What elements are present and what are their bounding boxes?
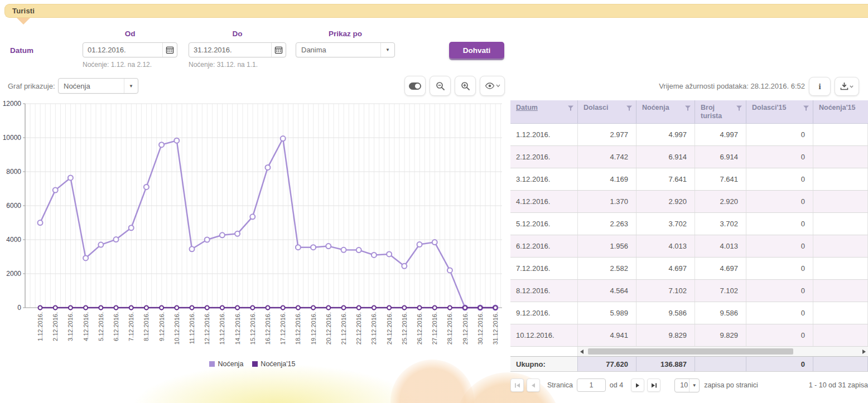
- date-from-hint: Noćenje: 1.12. na 2.12.: [83, 61, 152, 69]
- column-header-3[interactable]: Noćenja: [636, 100, 695, 123]
- svg-text:28.12.2016.: 28.12.2016.: [446, 312, 453, 344]
- legend-swatch: [209, 361, 215, 367]
- info-button[interactable]: i: [809, 77, 831, 96]
- cell-value: 2.920: [636, 191, 695, 212]
- cell-datum: 9.12.2016.: [510, 302, 578, 324]
- svg-text:6000: 6000: [6, 202, 21, 210]
- table-scrollbar-row: [510, 347, 868, 356]
- column-header-6[interactable]: Noćenja'15: [813, 100, 868, 123]
- cell-value: 3.702: [636, 213, 695, 235]
- download-button[interactable]: [835, 77, 859, 96]
- svg-text:10.12.2016.: 10.12.2016.: [173, 312, 180, 344]
- column-header-label: Noćenja: [642, 104, 669, 112]
- svg-text:8.12.2016.: 8.12.2016.: [143, 312, 150, 341]
- svg-text:22.12.2016.: 22.12.2016.: [355, 312, 362, 344]
- first-page-button[interactable]: [510, 378, 524, 392]
- prikaz-po-value: Danima: [296, 46, 380, 54]
- horizontal-scrollbar[interactable]: [578, 347, 868, 356]
- page-count-label: od 4: [610, 381, 623, 389]
- cell-value: 3.702: [695, 213, 746, 235]
- svg-text:10000: 10000: [3, 134, 22, 142]
- svg-text:13.12.2016.: 13.12.2016.: [219, 312, 225, 344]
- zoom-in-icon: [461, 81, 470, 91]
- table-row: 10.12.2016.4.9419.8299.8290: [510, 324, 868, 347]
- cell-value: [813, 258, 868, 279]
- filter-icon[interactable]: [626, 105, 632, 111]
- svg-text:24.12.2016.: 24.12.2016.: [386, 312, 393, 344]
- scrollbar-thumb[interactable]: [588, 348, 793, 355]
- svg-text:4000: 4000: [6, 236, 21, 244]
- cell-datum: 4.12.2016.: [510, 191, 578, 212]
- cell-value: 4.997: [636, 124, 695, 145]
- date-to-hint: Noćenje: 31.12. na 1.1.: [189, 61, 258, 69]
- filter-icon[interactable]: [803, 105, 809, 111]
- filter-icon[interactable]: [685, 105, 691, 111]
- toggle-icon: [409, 82, 421, 90]
- page-size-select[interactable]: 10 ▼: [674, 378, 700, 392]
- legend-label: Noćenja'15: [261, 360, 295, 368]
- column-header-1[interactable]: Datum: [510, 100, 578, 123]
- date-to-input[interactable]: [189, 46, 271, 54]
- cell-value: 0: [746, 124, 813, 145]
- column-header-2[interactable]: Dolasci: [578, 100, 636, 123]
- cell-value: [813, 280, 868, 302]
- cell-value: [813, 235, 868, 257]
- cell-datum: 2.12.2016.: [510, 146, 578, 168]
- graf-prikazuje-select[interactable]: Noćenja ▼: [58, 78, 138, 94]
- table-row: 3.12.2016.4.1697.6417.6410: [510, 168, 868, 191]
- cell-value: 0: [746, 324, 813, 346]
- svg-text:9.12.2016.: 9.12.2016.: [158, 312, 165, 341]
- scroll-left-icon[interactable]: [578, 347, 586, 356]
- svg-text:2000: 2000: [6, 270, 21, 278]
- filter-icon[interactable]: [568, 105, 573, 111]
- cell-value: 1.370: [578, 191, 636, 212]
- column-header-label: Broj turista: [701, 104, 726, 120]
- cell-value: 4.169: [578, 168, 636, 190]
- dohvati-button[interactable]: Dohvati: [449, 42, 504, 59]
- svg-text:8000: 8000: [6, 168, 21, 176]
- totals-label: Ukupno:: [510, 357, 578, 371]
- svg-text:14.12.2016.: 14.12.2016.: [234, 312, 241, 344]
- column-header-label: Dolasci: [584, 104, 608, 112]
- zoom-in-button[interactable]: [455, 76, 476, 96]
- chevron-down-icon: [496, 84, 500, 88]
- topbar[interactable]: Turisti: [4, 4, 868, 18]
- next-page-button[interactable]: [631, 378, 644, 392]
- calendar-icon[interactable]: [162, 43, 177, 57]
- page-size-label: zapisa po stranici: [704, 381, 758, 389]
- stranica-label: Stranica: [547, 381, 573, 389]
- data-updated-text: Vrijeme ažurnosti podataka: 28.12.2016. …: [558, 82, 805, 90]
- chart-toggle-button[interactable]: [404, 76, 426, 96]
- cell-datum: 7.12.2016.: [510, 258, 578, 279]
- last-page-button[interactable]: [647, 378, 660, 392]
- date-from-input[interactable]: [83, 46, 162, 54]
- svg-text:2.12.2016.: 2.12.2016.: [52, 312, 59, 341]
- chevron-down-icon: [850, 85, 853, 88]
- cell-value: 6.914: [695, 146, 746, 168]
- zoom-out-button[interactable]: [430, 76, 451, 96]
- svg-text:6.12.2016.: 6.12.2016.: [113, 312, 119, 341]
- table-header-row: DatumDolasciNoćenjaBroj turistaDolasci'1…: [510, 100, 868, 124]
- cell-value: 9.586: [636, 302, 695, 324]
- cell-value: [813, 324, 868, 346]
- svg-text:16.12.2016.: 16.12.2016.: [264, 312, 271, 344]
- svg-text:23.12.2016.: 23.12.2016.: [370, 312, 377, 344]
- svg-text:5.12.2016.: 5.12.2016.: [98, 312, 104, 341]
- prev-page-button[interactable]: [527, 378, 540, 392]
- column-header-4[interactable]: Broj turista: [695, 100, 746, 123]
- page: Turisti Od Do Prikaz po Datum Noćenje: 1…: [0, 0, 868, 403]
- legend-item[interactable]: Noćenja: [209, 360, 243, 368]
- page-size-value: 10: [675, 381, 689, 389]
- scroll-right-icon[interactable]: [860, 347, 868, 356]
- scrollbar-track[interactable]: [586, 347, 860, 356]
- filter-icon[interactable]: [736, 105, 742, 111]
- series-visibility-button[interactable]: [480, 76, 505, 96]
- calendar-icon[interactable]: [271, 43, 286, 57]
- svg-text:18.12.2016.: 18.12.2016.: [295, 312, 301, 344]
- prikaz-po-select[interactable]: Danima ▼: [296, 42, 395, 57]
- graf-prikazuje-label: Graf prikazuje:: [8, 82, 55, 90]
- cell-value: 0: [746, 146, 813, 168]
- column-header-5[interactable]: Dolasci'15: [746, 100, 813, 123]
- page-number-input[interactable]: [577, 378, 606, 392]
- legend-item[interactable]: Noćenja'15: [252, 360, 295, 368]
